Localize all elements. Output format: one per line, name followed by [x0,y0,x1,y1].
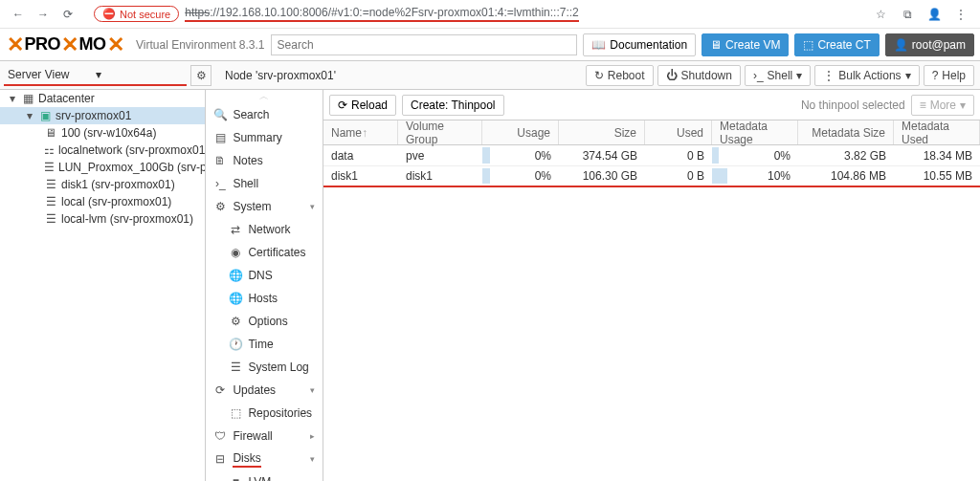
menu-icon: ≡ [920,98,926,112]
table-row[interactable]: datapve0%374.54 GB0 B0%3.82 GB18.34 MB [323,145,980,166]
storage-icon: ☰ [44,212,57,226]
collapse-handle[interactable]: ︿ [206,90,323,103]
menu-syslog[interactable]: ☰System Log [206,356,323,379]
certificate-icon: ◉ [229,246,242,259]
col-used[interactable]: Used [645,120,712,144]
cell-used: 0 B [645,166,712,186]
square-icon: ■ [229,475,242,481]
cell-msize: 104.86 MB [798,166,894,186]
cell-name: data [323,145,398,165]
resource-tree: ▾▦Datacenter ▾▣srv-proxmox01 🖥100 (srv-w… [0,90,206,481]
notes-icon: 🗎 [213,154,227,167]
network-icon: ⚏ [44,143,55,157]
gear-icon: ⚙ [229,315,242,328]
secondbar: Server View▾ ⚙ Node 'srv-proxmox01' ↻Reb… [0,61,980,90]
tree-node[interactable]: ▾▣srv-proxmox01 [0,107,205,124]
back-icon[interactable]: ← [10,6,27,23]
bulk-actions-button[interactable]: ⋮Bulk Actions ▾ [814,65,919,86]
gears-icon: ⚙ [213,200,227,213]
profile-icon[interactable]: 👤 [924,5,944,24]
refresh-icon: ⟳ [213,383,227,397]
col-mused[interactable]: Metadata Used [894,120,980,144]
help-button[interactable]: ?Help [924,65,974,86]
create-vm-button[interactable]: 🖥Create VM [702,33,789,56]
documentation-button[interactable]: 📖Documentation [583,33,696,56]
col-musage[interactable]: Metadata Usage [712,120,798,144]
node-menu: ︿ 🔍Search ▤Summary 🗎Notes ›_Shell ⚙Syste… [206,90,323,481]
settings-button[interactable]: ⚙ [190,65,212,86]
menu-system[interactable]: ⚙System▾ [206,195,323,218]
menu-search[interactable]: 🔍Search [206,103,323,126]
address-bar[interactable]: ⛔ Not secure https://192.168.10.100:8006… [84,4,863,24]
cell-mused: 18.34 MB [894,145,980,165]
cell-usage: 0% [482,145,559,165]
grid-body: datapve0%374.54 GB0 B0%3.82 GB18.34 MBdi… [323,145,980,187]
chevron-right-icon: ▸ [310,431,315,441]
table-row[interactable]: disk1disk10%106.30 GB0 B10%104.86 MB10.5… [323,166,980,187]
terminal-icon: ›_ [213,177,227,190]
reload-icon[interactable]: ⟳ [59,6,77,23]
tree-disk1[interactable]: ☰disk1 (srv-proxmox01) [0,176,205,193]
warning-icon: ⛔ [102,8,116,20]
menu-options[interactable]: ⚙Options [206,310,323,333]
menu-network[interactable]: ⇄Network [206,218,323,241]
tree-datacenter[interactable]: ▾▦Datacenter [0,90,205,107]
col-vg[interactable]: Volume Group [398,120,482,144]
menu-lvm[interactable]: ■LVM [206,470,323,481]
more-button[interactable]: ≡More ▾ [911,95,974,116]
col-msize[interactable]: Metadata Size [798,120,894,144]
chevron-down-icon: ▾ [96,68,184,81]
disk-icon: ⊟ [213,452,227,466]
book-icon: 📖 [591,38,606,52]
user-menu-button[interactable]: 👤root@pam [885,33,974,56]
search-input[interactable] [271,34,578,55]
not-secure-badge: ⛔ Not secure [94,6,179,22]
topbar: ✕PRO✕MO✕ Virtual Environment 8.3.1 📖Docu… [0,29,980,61]
reload-button[interactable]: ⟳Reload [329,95,396,116]
user-icon: 👤 [894,38,908,52]
menu-certificates[interactable]: ◉Certificates [206,241,323,264]
menu-notes[interactable]: 🗎Notes [206,149,323,172]
cell-name: disk1 [323,166,398,186]
cell-vg: pve [398,145,482,165]
server-view-dropdown[interactable]: Server View▾ [4,65,187,86]
menu-updates[interactable]: ⟳Updates▾ [206,379,323,402]
forward-icon[interactable]: → [34,6,52,23]
tree-local[interactable]: ☰local (srv-proxmox01) [0,193,205,210]
cell-msize: 3.82 GB [798,145,894,165]
chevron-down-icon: ▾ [796,69,802,82]
menu-time[interactable]: 🕐Time [206,333,323,356]
extensions-icon[interactable]: ⧉ [898,5,917,24]
menu-hosts[interactable]: 🌐Hosts [206,287,323,310]
shell-button[interactable]: ›_Shell ▾ [745,65,811,86]
create-thinpool-button[interactable]: Create: Thinpool [402,95,504,116]
globe-icon: 🌐 [229,269,242,282]
col-size[interactable]: Size [559,120,645,144]
menu-icon[interactable]: ⋮ [951,5,970,24]
reboot-icon: ↻ [594,69,604,82]
cell-musage: 10% [712,166,798,186]
col-usage[interactable]: Usage [482,120,559,144]
menu-disks[interactable]: ⊟Disks▾ [206,448,323,470]
chevron-down-icon: ▾ [310,454,315,464]
main-row: ▾▦Datacenter ▾▣srv-proxmox01 🖥100 (srv-w… [0,90,980,481]
menu-repositories[interactable]: ⬚Repositories [206,402,323,425]
hosts-icon: 🌐 [229,292,242,305]
tree-lun[interactable]: ☰LUN_Proxmox_100Gb (srv-proxmox01) [0,159,205,176]
menu-firewall[interactable]: 🛡Firewall▸ [206,425,323,448]
menu-dns[interactable]: 🌐DNS [206,264,323,287]
tree-vm[interactable]: 🖥100 (srv-w10x64a) [0,124,205,142]
create-ct-button[interactable]: ⬚Create CT [794,33,879,56]
menu-summary[interactable]: ▤Summary [206,126,323,149]
menu-shell[interactable]: ›_Shell [206,172,323,195]
tree-local-lvm[interactable]: ☰local-lvm (srv-proxmox01) [0,210,205,228]
tree-localnetwork[interactable]: ⚏localnetwork (srv-proxmox01) [0,142,205,159]
summary-icon: ▤ [213,131,227,144]
cell-used: 0 B [645,145,712,165]
storage-icon: ☰ [44,178,57,191]
share-icon[interactable]: ☆ [871,5,890,24]
shutdown-button[interactable]: ⏻Shutdown [657,65,741,86]
reboot-button[interactable]: ↻Reboot [586,65,654,86]
logo: ✕PRO✕MO✕ [6,33,124,57]
col-name[interactable]: Name ↑ [323,120,398,144]
